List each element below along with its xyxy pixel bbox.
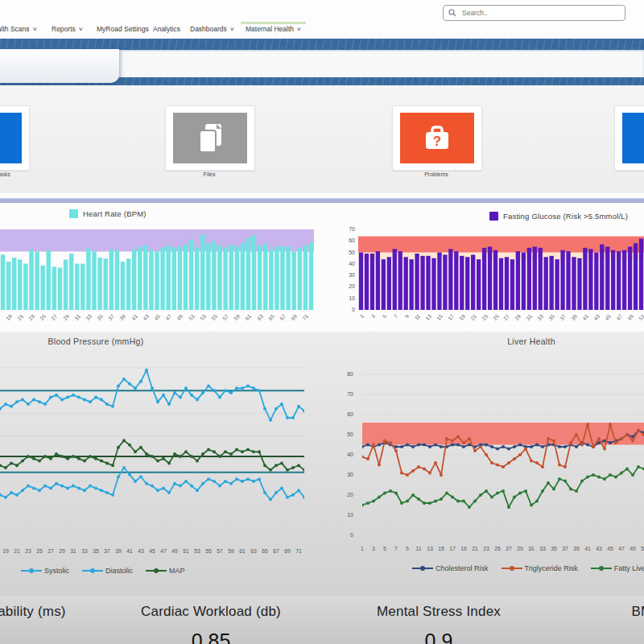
- nav-item-maternal-health[interactable]: Maternal Health∨: [246, 25, 301, 33]
- line-marker-icon: [82, 570, 103, 572]
- legend-swatch: [69, 209, 78, 218]
- line-marker-icon: [146, 570, 167, 572]
- nav-item-reports[interactable]: Reports∨: [52, 25, 83, 33]
- main-nav: Health Scans∨ Reports∨ MyRoad Settings A…: [0, 25, 644, 39]
- files-icon: [173, 113, 247, 163]
- liver-legend: Cholesterol Risk Triglyceride Risk Fatty…: [412, 564, 644, 572]
- svg-text:?: ?: [433, 134, 441, 149]
- nav-label: MyRoad Settings: [97, 25, 149, 33]
- quick-card-right[interactable]: [614, 105, 644, 171]
- liver-health-line-chart: [362, 362, 644, 535]
- quick-card-label: Tasks: [0, 171, 47, 177]
- search-box[interactable]: [443, 5, 625, 21]
- quick-cards-section: [0, 85, 644, 193]
- liver-chart-title: Liver Health: [451, 336, 612, 346]
- nav-label: Analytics: [153, 25, 180, 33]
- chevron-down-icon: ∨: [296, 26, 302, 32]
- nav-label: Reports: [52, 25, 76, 33]
- nav-item-dashboards[interactable]: Dashboards∨: [190, 25, 234, 33]
- line-marker-icon: [412, 568, 433, 569]
- nav-item-analytics[interactable]: Analytics: [153, 25, 180, 33]
- banner-image: [0, 39, 644, 85]
- legend-item-systolic: Systolic: [21, 567, 69, 575]
- legend-item-map: MAP: [146, 567, 185, 575]
- chevron-down-icon: ∨: [78, 26, 84, 32]
- legend-item-fatty-liver: Fatty Liver: [591, 564, 644, 572]
- active-tab-indicator: [241, 22, 306, 24]
- glucose-bar-chart: [358, 229, 644, 310]
- quick-card-tasks[interactable]: [0, 105, 30, 171]
- bp-chart-title: Blood Pressure (mmHg): [15, 336, 176, 346]
- legend-item-triglyceride: Triglyceride Risk: [502, 564, 578, 572]
- nav-label: Maternal Health: [246, 25, 294, 33]
- metric-title-cardiac-workload: Cardiac Workload (db): [90, 604, 332, 620]
- nav-label: Dashboards: [190, 25, 227, 33]
- glucose-legend: Fasting Glucose (Risk >5.5mmol/L): [489, 212, 628, 221]
- search-input[interactable]: [460, 8, 620, 18]
- app-tile-icon: [0, 113, 22, 163]
- quick-card-label: Problems: [392, 171, 481, 177]
- blood-pressure-line-chart: [0, 354, 304, 531]
- legend-item-diastolic: Diastolic: [82, 567, 133, 575]
- chevron-down-icon: ∨: [229, 26, 235, 32]
- dashboard-page: Health Scans∨ Reports∨ MyRoad Settings A…: [0, 0, 644, 644]
- banner-left-card: [0, 49, 119, 83]
- line-marker-icon: [591, 568, 612, 569]
- metric-value-cardiac-workload: 0.85: [90, 630, 332, 644]
- nav-label: Health Scans: [0, 25, 30, 33]
- bp-legend: Systolic Diastolic MAP: [21, 567, 185, 575]
- quick-card-problems[interactable]: ?: [392, 105, 482, 171]
- heart-rate-legend: Heart Rate (BPM): [69, 209, 147, 218]
- metric-value-mental-stress: 0.9: [318, 630, 559, 644]
- legend-label: Fasting Glucose (Risk >5.5mmol/L): [503, 212, 628, 221]
- legend-item-cholesterol: Cholesterol Risk: [412, 564, 489, 572]
- chevron-down-icon: ∨: [32, 26, 38, 32]
- app-tile-icon: [622, 113, 644, 163]
- line-marker-icon: [502, 568, 522, 569]
- legend-label: Heart Rate (BPM): [83, 209, 147, 218]
- search-icon: [448, 9, 456, 17]
- quick-card-label: Files: [165, 171, 254, 177]
- metric-title-hrv: Heart Rate Variability (ms): [0, 604, 105, 620]
- line-marker-icon: [21, 570, 42, 572]
- legend-swatch: [489, 212, 498, 221]
- nav-item-health-scans[interactable]: Health Scans∨: [0, 25, 36, 33]
- quick-card-files[interactable]: [165, 105, 255, 171]
- nav-item-myroad-settings[interactable]: MyRoad Settings: [97, 25, 149, 33]
- heart-rate-bar-chart: [0, 229, 314, 310]
- metric-title-bmi: BMI: [523, 604, 644, 620]
- problems-case-icon: ?: [400, 113, 474, 163]
